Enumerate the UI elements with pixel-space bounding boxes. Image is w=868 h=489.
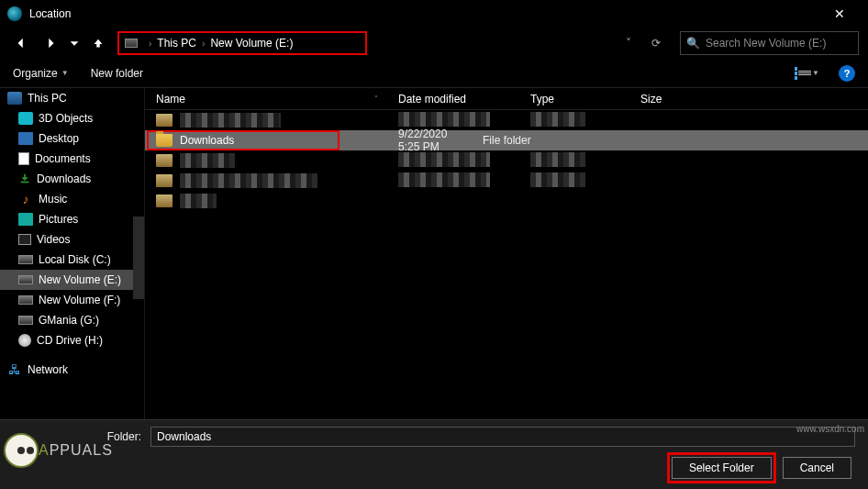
breadcrumb-root[interactable]: This PC [157,37,196,50]
title-bar: Location ✕ [0,0,868,28]
sidebar: This PC 3D Objects Desktop Documents Dow… [0,88,145,419]
help-button[interactable]: ? [839,65,855,82]
folder-icon [156,114,172,127]
column-name[interactable]: Name˄ [145,93,387,106]
sidebar-item-label: This PC [28,92,67,105]
file-row-redacted[interactable] [145,110,868,130]
view-options[interactable]: ▼ [795,65,824,82]
music-icon: ♪ [18,193,33,206]
folder-input[interactable] [150,427,855,447]
bottom-panel: Folder: Select Folder Cancel [0,419,868,489]
file-row-redacted[interactable] [145,171,868,191]
chevron-down-icon: ▼ [812,69,819,77]
app-icon [7,6,22,21]
sidebar-item-cd-drive-h[interactable]: CD Drive (H:) [0,330,144,350]
sidebar-item-documents[interactable]: Documents [0,149,144,169]
sidebar-item-label: Videos [37,233,70,246]
network-icon: 🖧 [7,363,22,376]
drive-icon [125,39,138,48]
sidebar-item-label: New Volume (F:) [39,294,120,306]
sidebar-item-new-volume-f[interactable]: New Volume (F:) [0,290,144,310]
chevron-down-icon: ▼ [61,69,69,77]
search-placeholder: Search New Volume (E:) [706,37,826,50]
drive-icon [18,255,33,264]
pc-icon [7,92,22,105]
organize-menu[interactable]: Organize ▼ [13,67,69,80]
sidebar-item-pictures[interactable]: Pictures [0,209,144,229]
scrollbar[interactable] [133,217,144,299]
up-button[interactable] [86,31,110,55]
sidebar-item-downloads[interactable]: Downloads [0,169,144,189]
sidebar-item-label: Pictures [39,213,78,226]
document-icon [18,152,29,165]
organize-label: Organize [13,67,58,80]
refresh-button[interactable]: ⟳ [645,32,667,54]
sidebar-network[interactable]: 🖧Network [0,360,144,380]
recent-dropdown[interactable] [68,31,81,55]
drive-icon [18,275,33,284]
sidebar-item-label: Documents [35,152,91,165]
site-watermark: www.wsxdn.com [796,424,864,434]
folder-icon [156,154,172,167]
file-row-redacted[interactable] [145,191,868,211]
pictures-icon [18,213,33,226]
sidebar-item-label: New Volume (E:) [39,273,121,286]
forward-button[interactable] [39,31,62,55]
file-name: Downloads [180,134,234,147]
sidebar-item-label: Local Disk (C:) [39,253,111,266]
breadcrumb[interactable]: › This PC › New Volume (E:) [117,31,367,55]
sidebar-item-label: Music [39,193,67,206]
sidebar-item-label: CD Drive (H:) [37,334,103,347]
select-folder-button[interactable]: Select Folder [672,457,772,479]
breadcrumb-drive[interactable]: New Volume (E:) [210,37,293,50]
sidebar-item-music[interactable]: ♪Music [0,189,144,209]
video-icon [18,234,31,245]
file-row-downloads[interactable]: Downloads 9/22/2020 5:25 PM File folder [145,130,868,150]
drive-icon [18,295,33,305]
mascot-icon [4,433,39,468]
sidebar-item-label: GMania (G:) [39,314,99,327]
chevron-right-icon: › [149,39,151,49]
window-title: Location [29,7,818,20]
sidebar-item-local-disk-c[interactable]: Local Disk (C:) [0,250,144,270]
sidebar-item-label: Downloads [37,172,91,185]
sidebar-item-desktop[interactable]: Desktop [0,128,144,149]
file-row-redacted[interactable] [145,150,868,171]
column-date[interactable]: Date modified [387,93,519,106]
close-button[interactable]: ✕ [818,0,861,28]
sidebar-item-label: 3D Objects [39,112,93,125]
folder-icon [156,134,172,147]
breadcrumb-dropdown[interactable]: ˅ [618,32,640,54]
search-input[interactable]: 🔍 Search New Volume (E:) [680,31,859,55]
folder-icon [156,174,172,187]
toolbar: Organize ▼ New folder ▼ ? [0,59,868,88]
back-button[interactable] [9,31,33,55]
file-list: Name˄ Date modified Type Size Downloads … [145,88,868,419]
desktop-icon [18,132,33,145]
chevron-right-icon: › [202,39,205,49]
nav-row: › This PC › New Volume (E:) ˅ ⟳ 🔍 Search… [0,28,868,59]
watermark-logo: APPUALS [4,430,114,471]
sidebar-item-3d[interactable]: 3D Objects [0,108,144,128]
sidebar-item-new-volume-e[interactable]: New Volume (E:) [0,270,144,290]
sort-indicator-icon: ˄ [374,94,378,103]
sidebar-this-pc[interactable]: This PC [0,88,144,108]
svg-rect-0 [21,182,29,183]
cancel-button[interactable]: Cancel [783,457,851,479]
sidebar-item-gmania-g[interactable]: GMania (G:) [0,310,144,330]
file-date: 9/22/2020 5:25 PM [339,128,472,153]
sidebar-item-label: Network [28,363,68,376]
main-area: This PC 3D Objects Desktop Documents Dow… [0,88,868,419]
search-icon: 🔍 [686,37,700,50]
cube-icon [18,112,33,125]
download-icon [18,172,31,185]
folder-icon [156,194,172,207]
new-folder-label: New folder [91,67,143,80]
file-type: File folder [472,134,582,147]
sidebar-item-videos[interactable]: Videos [0,229,144,250]
column-type[interactable]: Type [519,93,629,106]
column-size[interactable]: Size [629,93,703,106]
new-folder-button[interactable]: New folder [91,67,143,80]
drive-icon [18,316,33,325]
cd-icon [18,334,31,347]
